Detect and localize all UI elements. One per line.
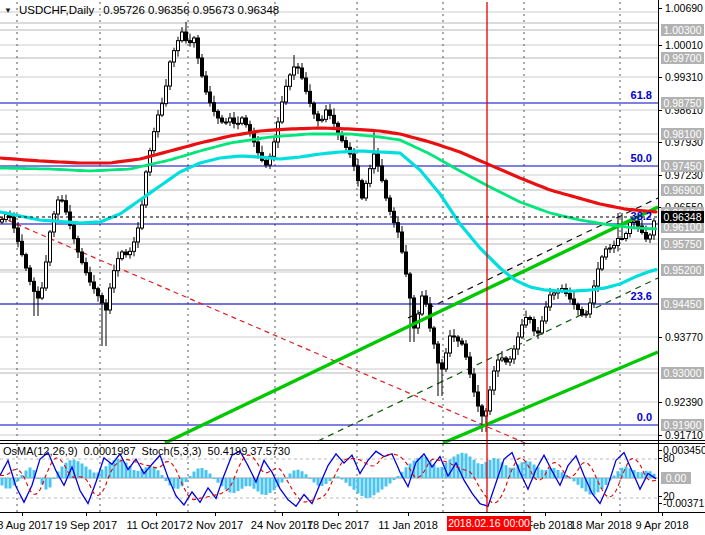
candle (609, 248, 612, 249)
stoch-values: 50.4199 37.5730 (208, 445, 291, 457)
candle (505, 358, 508, 362)
osma-bar (1, 478, 4, 486)
osma-label: OsMA(12,26,9) (3, 445, 78, 457)
candle (329, 110, 332, 115)
candle (185, 32, 188, 41)
osma-bar (481, 464, 484, 478)
price-axis-label: 0.93770 (665, 331, 703, 343)
osma-bar (613, 476, 616, 479)
candle (405, 252, 408, 274)
osma-bar (241, 478, 244, 489)
osma-bar (465, 454, 468, 479)
candle (277, 122, 280, 142)
osma-bar (245, 478, 248, 486)
candle (497, 360, 500, 371)
osma-bar (341, 478, 344, 480)
ohlc-values: 0.95726 0.96356 0.95673 0.96348 (103, 4, 279, 16)
osma-bar (601, 478, 604, 489)
indicator-zero-box: 0.00 (661, 472, 691, 484)
candle (113, 271, 116, 288)
mt4-chart-window: 61.850.038.223.60.0 ▼USDCHF,Daily0.95726… (0, 0, 705, 535)
candle (597, 269, 600, 286)
candle (45, 262, 48, 288)
osma-bar (233, 478, 236, 493)
indicator-axis[interactable]: 0.0034508020-0.0037170.00 (659, 443, 705, 512)
symbol-period-label: USDCHF,Daily (19, 4, 94, 16)
candle (257, 142, 260, 153)
osma-bar (505, 465, 508, 478)
candle (345, 141, 348, 148)
osma-bar (337, 477, 340, 479)
candle (333, 115, 336, 123)
candle (65, 201, 68, 212)
time-axis-label: 2 Nov 2017 (187, 518, 243, 532)
candle (89, 273, 92, 282)
time-axis-label: 18 Dec 2017 (307, 518, 369, 532)
osma-bar (325, 478, 328, 484)
osma-bar (101, 470, 104, 479)
osma-bar (189, 476, 192, 478)
selected-time-box: 2018.02.16 00:00 (447, 516, 531, 531)
candle (361, 181, 364, 198)
fibo-level-label: 0.0 (637, 411, 652, 423)
candle (197, 38, 200, 58)
candle (589, 303, 592, 314)
fibo-level-label: 38.2 (631, 210, 652, 222)
osma-bar (17, 478, 20, 481)
candle (281, 102, 284, 122)
osma-bar (209, 474, 212, 479)
osma-bar (317, 478, 320, 486)
candle (157, 115, 160, 132)
price-axis-label: 1.00010 (665, 39, 703, 51)
candle (181, 32, 184, 41)
chart-menu-icon[interactable]: ▼ (4, 6, 12, 15)
candle (97, 289, 100, 296)
candle (437, 344, 440, 363)
fibo-level-label: 61.8 (631, 89, 652, 101)
osma-bar (193, 472, 196, 479)
candle (449, 336, 452, 353)
candle (489, 390, 492, 411)
candle (381, 166, 384, 181)
osma-bar (493, 458, 496, 478)
candle (101, 296, 104, 303)
osma-bar (269, 478, 272, 493)
osma-bar (581, 478, 584, 488)
candle (209, 92, 212, 103)
osma-bar (389, 478, 392, 484)
candle (585, 314, 588, 315)
candle (313, 103, 316, 114)
candle (389, 198, 392, 211)
osma-bar (225, 478, 228, 490)
osma-bar (373, 478, 376, 495)
price-axis[interactable]: 1.006901.000100.993100.986100.979300.972… (659, 0, 705, 440)
osma-bar (201, 468, 204, 478)
candle (217, 111, 220, 118)
candle (461, 341, 464, 344)
osma-bar (625, 467, 628, 478)
osma-bar (49, 478, 52, 488)
time-axis-label: 9 Apr 2018 (635, 518, 688, 532)
osma-bar (117, 459, 120, 478)
time-axis[interactable]: 28 Aug 201719 Sep 201711 Oct 20172 Nov 2… (0, 512, 705, 535)
candle (577, 305, 580, 310)
price-axis-label: 0.99310 (665, 71, 703, 83)
candle (13, 217, 16, 228)
candle (365, 183, 368, 198)
candle (569, 294, 572, 300)
osma-bar (265, 478, 268, 495)
candle (237, 123, 240, 124)
candle (189, 41, 192, 43)
candle (221, 118, 224, 122)
candle (77, 239, 80, 252)
candle (617, 239, 620, 246)
candle (25, 255, 28, 268)
osma-bar (281, 478, 284, 483)
osma-bar (173, 478, 176, 489)
osma-bar (249, 478, 252, 486)
osma-bar (605, 478, 608, 485)
candle (297, 67, 300, 68)
candle (49, 232, 52, 262)
osma-bar (161, 475, 164, 478)
price-axis-label: 1.00690 (665, 2, 703, 14)
